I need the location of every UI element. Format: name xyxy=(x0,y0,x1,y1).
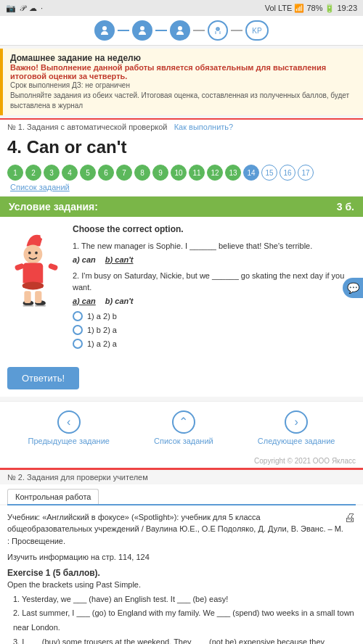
task-list-btn[interactable]: ⌃ Список заданий xyxy=(154,410,213,445)
progress-step-kp[interactable]: KP xyxy=(245,20,269,41)
condition-points: 3 б. xyxy=(337,201,354,212)
svg-point-0 xyxy=(102,26,107,30)
svg-point-8 xyxy=(41,234,46,239)
homework-banner: Домашнее задание на неделю Важно! Выполн… xyxy=(0,49,363,115)
tab-item-control-work[interactable]: Контрольная работа xyxy=(7,489,99,504)
app-icon-2: 𝒫 xyxy=(20,4,25,13)
study-instruction: Изучить информацию на стр. 114, 124 xyxy=(7,551,356,564)
svg-point-10 xyxy=(28,252,31,255)
svg-rect-22 xyxy=(35,305,46,307)
svg-point-4 xyxy=(217,28,219,30)
tasks-list-link[interactable]: Список заданий xyxy=(10,183,70,191)
task-instruction: Choose the correct option. xyxy=(73,224,356,234)
q1-opt-a: a) can xyxy=(73,255,96,264)
prev-arrow-icon: ‹ xyxy=(57,410,81,434)
task-q1: 1. The new manager is Sophie. I ______ b… xyxy=(73,240,356,252)
next-task-btn[interactable]: › Следующее задание xyxy=(258,410,335,445)
num-btn-4[interactable]: 4 xyxy=(62,165,78,181)
list-arrow-icon: ⌃ xyxy=(172,410,195,434)
app-icon-1: 📷 xyxy=(6,4,16,13)
number-nav: 1 2 3 4 5 6 7 8 9 10 11 12 13 14 15 16 1… xyxy=(0,160,363,197)
status-bar: 📷 𝒫 ☁ · Vol LTE 📶 78% 🔋 19:23 xyxy=(0,0,363,16)
q2-opt-a-label: a) can xyxy=(73,297,96,305)
answer-btn-wrap: Ответить! xyxy=(0,360,363,397)
num-btn-3[interactable]: 3 xyxy=(44,165,60,181)
status-right: Vol LTE 📶 78% 🔋 19:23 xyxy=(265,4,357,13)
exercise-instruction: Open the brackets using Past Simple. xyxy=(7,580,356,589)
radio-opt-3[interactable]: 1) a 2) a xyxy=(73,339,356,349)
num-btn-15[interactable]: 15 xyxy=(261,165,277,181)
condition-label: Условие задания: xyxy=(9,201,98,212)
radio-circle-2[interactable] xyxy=(73,325,83,335)
answer-button[interactable]: Ответить! xyxy=(7,367,79,389)
num-btn-7[interactable]: 7 xyxy=(116,165,132,181)
connector-3 xyxy=(193,30,205,31)
section2-label: № 2. Задания для проверки учителем xyxy=(0,468,363,484)
svg-rect-19 xyxy=(24,291,30,303)
prev-task-btn[interactable]: ‹ Предыдущее задание xyxy=(28,410,110,445)
homework-deadline: Срок выполнения ДЗ: не ограничен xyxy=(10,80,356,91)
print-icon[interactable]: 🖨 xyxy=(344,511,356,524)
progress-step-3[interactable] xyxy=(170,20,190,41)
q1-opt-b: b) can't xyxy=(105,255,134,264)
num-btn-14[interactable]: 14 xyxy=(243,165,259,181)
svg-rect-15 xyxy=(48,263,59,271)
radio-circle-1[interactable] xyxy=(73,311,83,321)
connector-1 xyxy=(118,30,129,31)
time-label: 19:23 xyxy=(337,4,357,12)
task-content: Choose the correct option. 1. The new ma… xyxy=(0,217,363,360)
task-text-area: Choose the correct option. 1. The new ma… xyxy=(73,224,356,352)
progress-step-1[interactable] xyxy=(94,20,115,41)
status-dot: · xyxy=(41,4,43,12)
wifi-icon: 📶 xyxy=(294,4,304,13)
how-to-link[interactable]: Как выполнить? xyxy=(174,123,234,131)
radio-opt-1[interactable]: 1) a 2) b xyxy=(73,311,356,321)
num-btn-9[interactable]: 9 xyxy=(152,165,168,181)
progress-nav: KP xyxy=(0,16,363,46)
num-btn-17[interactable]: 17 xyxy=(298,165,314,181)
svg-rect-21 xyxy=(23,305,34,307)
svg-rect-20 xyxy=(35,291,41,303)
next-task-label: Следующее задание xyxy=(258,437,335,445)
connector-2 xyxy=(155,30,167,31)
num-btn-1[interactable]: 1 xyxy=(7,165,23,181)
radio-label-3: 1) a 2) a xyxy=(87,339,117,348)
answer-options: 1) a 2) b 1) b 2) a 1) a 2) a xyxy=(73,311,356,349)
radio-circle-3[interactable] xyxy=(73,339,83,349)
num-btn-5[interactable]: 5 xyxy=(80,165,96,181)
task-list-label: Список заданий xyxy=(154,437,213,445)
num-btn-12[interactable]: 12 xyxy=(207,165,223,181)
task-q2: 2. I'm busy on Saturday, Nickie, but we … xyxy=(73,270,356,294)
connector-4 xyxy=(231,30,242,31)
homework-instruction: Выполняйте задания из обеих частей. Итог… xyxy=(10,91,356,111)
svg-point-1 xyxy=(140,26,144,30)
copyright: Copyright © 2021 ООО Якласс xyxy=(0,454,363,468)
progress-step-4[interactable] xyxy=(208,20,228,41)
radio-opt-2[interactable]: 1) b 2) a xyxy=(73,325,356,335)
q2-opt-a: a) can xyxy=(73,297,96,305)
num-btn-8[interactable]: 8 xyxy=(134,165,150,181)
q1-opt-b-label: b) can't xyxy=(105,255,134,264)
task-q2-options: a) can b) can't xyxy=(73,297,356,305)
task-q1-options: a) can b) can't xyxy=(73,255,356,264)
svg-point-11 xyxy=(35,252,38,255)
num-btn-11[interactable]: 11 xyxy=(189,165,205,181)
q2-opt-b: b) can't xyxy=(105,297,134,305)
svg-point-2 xyxy=(178,26,182,30)
chat-bubble[interactable]: 💬 xyxy=(343,278,363,298)
exercise-items: 1. Yesterday, we ___ (have) an English t… xyxy=(7,593,356,645)
num-btn-16[interactable]: 16 xyxy=(280,165,295,181)
num-btn-13[interactable]: 13 xyxy=(225,165,241,181)
svg-point-9 xyxy=(23,245,42,264)
num-btn-10[interactable]: 10 xyxy=(171,165,187,181)
homework-warning: Важно! Выполнение данной работы является… xyxy=(10,63,356,80)
num-btn-2[interactable]: 2 xyxy=(25,165,41,181)
section1-label: № 1. Задания с автоматической проверкой … xyxy=(0,118,363,133)
status-left: 📷 𝒫 ☁ · xyxy=(6,4,43,13)
num-btn-6[interactable]: 6 xyxy=(98,165,114,181)
task-illustration xyxy=(7,224,65,352)
section2-content: 🖨 Учебник: «Английский в фокусе» («Spotl… xyxy=(0,505,363,645)
svg-point-16 xyxy=(23,281,44,289)
next-arrow-icon: › xyxy=(285,410,308,434)
progress-step-2[interactable] xyxy=(132,20,152,41)
